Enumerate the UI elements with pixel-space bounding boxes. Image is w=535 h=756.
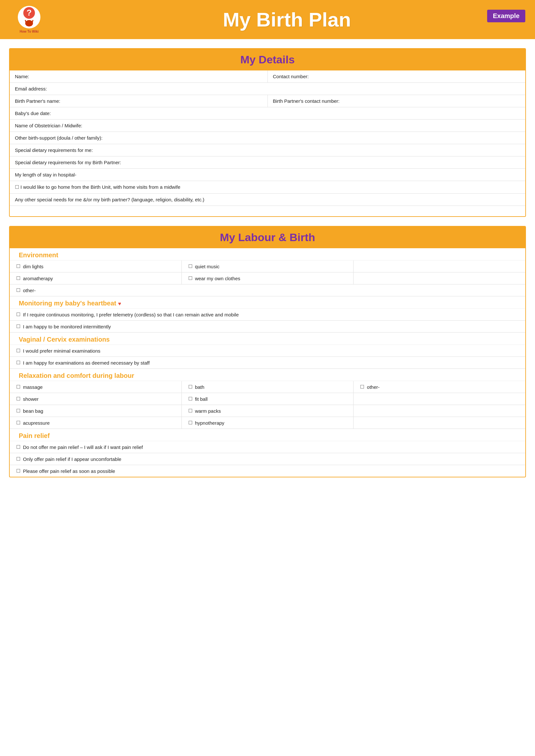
other-relax-cell: ☐ other- <box>353 381 525 393</box>
svg-text:?: ? <box>27 8 32 17</box>
page-title: My Birth Plan <box>48 8 525 31</box>
table-row: ☐ Do not offer me pain relief – I will a… <box>10 441 525 453</box>
dietary-partner-label: Special dietary requirements for my Birt… <box>10 156 525 168</box>
warmpacks-cell: ☐ warm packs <box>182 405 354 417</box>
checkbox-icon[interactable]: ☐ <box>16 287 20 293</box>
happy-exam-cell: ☐ I am happy for examinations as deemed … <box>10 357 525 368</box>
table-row: ☐ massage ☐ bath ☐ other- <box>10 381 525 393</box>
shower-cell: ☐ shower <box>10 393 182 405</box>
please-offer-pain-cell: ☐ Please offer pain relief as soon as po… <box>10 465 525 477</box>
dietary-me-label: Special dietary requirements for me: <box>10 144 525 156</box>
page: ? How To Wiki My Birth Plan Example My D… <box>0 0 535 477</box>
table-row <box>10 206 525 216</box>
telemetry-cell: ☐ If I require continuous monitoring, I … <box>10 309 525 320</box>
my-details-header: My Details <box>10 49 525 70</box>
table-row: My length of stay in hospital- <box>10 169 525 181</box>
beanbag-cell: ☐ bean bag <box>10 405 182 417</box>
checkbox-icon[interactable]: ☐ <box>16 275 20 281</box>
checkbox-icon[interactable]: ☐ <box>16 468 20 474</box>
checkbox-icon[interactable]: ☐ <box>16 324 20 329</box>
checkbox-icon[interactable]: ☐ <box>16 384 20 390</box>
logo-text: How To Wiki <box>20 30 39 33</box>
vaginal-subheader: Vaginal / Cervix examinations <box>10 333 525 345</box>
dim-lights-cell: ☐ dim lights <box>10 260 182 272</box>
checkbox-icon[interactable]: ☐ <box>15 184 19 190</box>
table-row: Any other special needs for me &/or my b… <box>10 194 525 206</box>
empty-relax-cell1 <box>353 393 525 405</box>
labour-birth-section: My Labour & Birth Environment ☐ dim ligh… <box>9 226 526 477</box>
my-details-section: My Details Name: Contact number: Email a… <box>9 48 526 217</box>
quiet-music-cell: ☐ quiet music <box>182 260 354 272</box>
table-row: ☐ I am happy to be monitored intermitten… <box>10 321 525 333</box>
checkbox-icon[interactable]: ☐ <box>16 456 20 462</box>
checkbox-icon[interactable]: ☐ <box>16 420 20 426</box>
table-row: ☐ If I require continuous monitoring, I … <box>10 309 525 321</box>
table-row: ☐ bean bag ☐ warm packs <box>10 405 525 417</box>
header: ? How To Wiki My Birth Plan Example <box>0 0 535 39</box>
empty-relax-cell3 <box>353 417 525 429</box>
table-row: ☐ I am happy for examinations as deemed … <box>10 357 525 369</box>
table-row: Name: Contact number: <box>10 70 525 83</box>
env-empty-cell <box>353 260 525 272</box>
acupressure-cell: ☐ acupressure <box>10 417 182 429</box>
checkbox-icon[interactable]: ☐ <box>188 384 192 390</box>
logo-icon: ? <box>18 6 41 28</box>
table-row: ☐ other- <box>10 284 525 296</box>
go-home-row: ☐ I would like to go home from the Birth… <box>10 181 525 193</box>
checkbox-icon[interactable]: ☐ <box>188 275 192 281</box>
aromatherapy-cell: ☐ aromatherapy <box>10 273 182 284</box>
table-row: ☐ Please offer pain relief as soon as po… <box>10 465 525 477</box>
table-row: Email address: <box>10 83 525 95</box>
checkbox-icon[interactable]: ☐ <box>16 360 20 365</box>
labour-birth-title: My Labour & Birth <box>220 231 315 243</box>
obstetrician-label: Name of Obstetrician / Midwife: <box>10 120 525 132</box>
table-row: Other birth-support (doula / other famil… <box>10 132 525 144</box>
checkbox-icon[interactable]: ☐ <box>16 263 20 269</box>
table-row: ☐ I would prefer minimal examinations <box>10 345 525 357</box>
own-clothes-cell: ☐ wear my own clothes <box>182 273 354 284</box>
other-support-label: Other birth-support (doula / other famil… <box>10 132 525 144</box>
special-needs-label: Any other special needs for me &/or my b… <box>10 194 525 205</box>
checkbox-icon[interactable]: ☐ <box>188 263 192 269</box>
table-row: Special dietary requirements for my Birt… <box>10 156 525 169</box>
hypnotherapy-cell: ☐ hypnotherapy <box>182 417 354 429</box>
name-label: Name: <box>10 70 268 82</box>
bath-cell: ☐ bath <box>182 381 354 393</box>
contact-number-label: Contact number: <box>268 70 526 82</box>
only-offer-pain-cell: ☐ Only offer pain relief if I appear unc… <box>10 453 525 465</box>
checkbox-icon[interactable]: ☐ <box>360 384 364 390</box>
table-row: ☐ acupressure ☐ hypnotherapy <box>10 417 525 429</box>
fitball-cell: ☐ fit ball <box>182 393 354 405</box>
table-row: ☐ shower ☐ fit ball <box>10 393 525 405</box>
due-date-label: Baby's due date: <box>10 107 525 119</box>
logo-area: ? How To Wiki <box>10 6 48 33</box>
minimal-exam-cell: ☐ I would prefer minimal examinations <box>10 345 525 357</box>
my-details-title: My Details <box>240 53 295 66</box>
table-row: ☐ aromatherapy ☐ wear my own clothes <box>10 273 525 284</box>
table-row: Baby's due date: <box>10 107 525 120</box>
table-row: ☐ Only offer pain relief if I appear unc… <box>10 453 525 465</box>
checkbox-icon[interactable]: ☐ <box>16 396 20 402</box>
checkbox-icon[interactable]: ☐ <box>16 311 20 317</box>
checkbox-icon[interactable]: ☐ <box>16 348 20 354</box>
checkbox-icon[interactable]: ☐ <box>16 408 20 414</box>
env-empty-cell2 <box>353 273 525 284</box>
example-badge: Example <box>487 10 525 22</box>
other-env-cell: ☐ other- <box>10 284 525 296</box>
intermittent-cell: ☐ I am happy to be monitored intermitten… <box>10 321 525 332</box>
checkbox-icon[interactable]: ☐ <box>188 396 192 402</box>
birth-partner-name-label: Birth Partner's name: <box>10 95 268 107</box>
table-row: Special dietary requirements for me: <box>10 144 525 156</box>
table-row: Name of Obstetrician / Midwife: <box>10 120 525 132</box>
pain-relief-subheader: Pain relief <box>10 429 525 441</box>
birth-partner-contact-label: Birth Partner's contact number: <box>268 95 526 107</box>
stay-label: My length of stay in hospital- <box>10 169 525 181</box>
monitoring-subheader: Monitoring my baby's heartbeat ♥ <box>10 296 525 309</box>
environment-subheader: Environment <box>10 248 525 260</box>
checkbox-icon[interactable]: ☐ <box>188 420 192 426</box>
heart-icon: ♥ <box>118 301 121 307</box>
checkbox-icon[interactable]: ☐ <box>188 408 192 414</box>
empty-row <box>10 206 525 216</box>
checkbox-icon[interactable]: ☐ <box>16 444 20 450</box>
relaxation-subheader: Relaxation and comfort during labour <box>10 369 525 381</box>
